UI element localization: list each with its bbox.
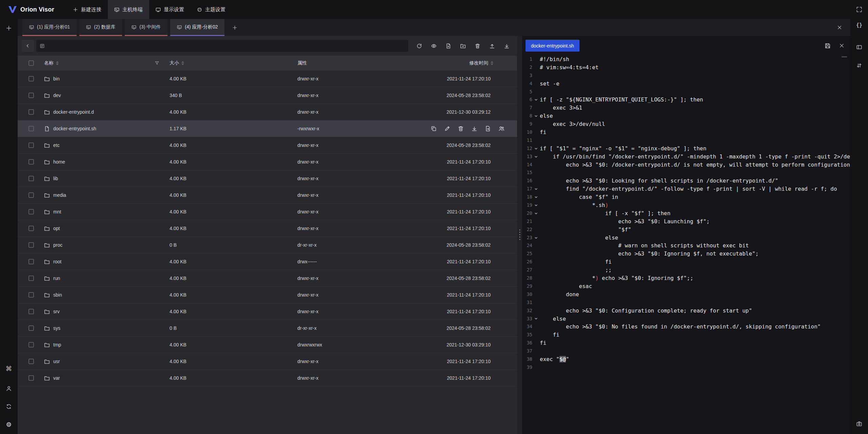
- fold-chevron-icon[interactable]: [532, 96, 540, 104]
- menu-item-theme-settings[interactable]: 主题设置: [191, 0, 232, 19]
- sort-icon[interactable]: [56, 61, 59, 65]
- file-row[interactable]: sys0 Bdr-xr-xr-x2024-05-28 23:58:02: [18, 320, 517, 337]
- file-row[interactable]: home4.00 KBdrwxr-xr-x2021-11-24 17:20:10: [18, 154, 517, 170]
- row-checkbox[interactable]: [28, 226, 34, 231]
- file-name[interactable]: mnt: [53, 209, 61, 214]
- file-row[interactable]: media4.00 KBdrwxr-xr-x2021-11-24 17:20:1…: [18, 187, 517, 204]
- new-folder-icon[interactable]: [458, 41, 468, 51]
- file-row[interactable]: var4.00 KBdrwxr-xr-x2021-11-24 17:20:10: [18, 370, 517, 386]
- row-checkbox[interactable]: [28, 176, 34, 181]
- file-name[interactable]: root: [53, 259, 61, 264]
- row-checkbox[interactable]: [28, 309, 34, 314]
- user-icon[interactable]: [3, 382, 15, 395]
- file-row[interactable]: etc4.00 KBdrwxr-xr-x2024-05-28 23:58:02: [18, 137, 517, 154]
- file-name[interactable]: docker-entrypoint.d: [53, 109, 94, 115]
- row-checkbox[interactable]: [28, 359, 34, 364]
- fold-chevron-icon[interactable]: [532, 193, 540, 201]
- file-row[interactable]: proc0 Bdr-xr-xr-x2024-05-28 23:58:02: [18, 237, 517, 253]
- fold-chevron-icon[interactable]: [532, 185, 540, 193]
- screenshot-icon[interactable]: [853, 418, 865, 430]
- file-row[interactable]: dev340 Bdrwxr-xr-x2024-05-28 23:58:02: [18, 87, 517, 104]
- new-file-icon[interactable]: [443, 41, 453, 51]
- menu-item-display-settings[interactable]: 显示设置: [149, 0, 191, 19]
- fold-chevron-icon[interactable]: [532, 201, 540, 209]
- delete-icon[interactable]: [472, 41, 482, 51]
- transfer-icon[interactable]: [3, 400, 15, 413]
- file-row[interactable]: opt4.00 KBdrwxr-xr-x2021-11-24 17:20:10: [18, 220, 517, 237]
- file-name[interactable]: proc: [53, 242, 62, 248]
- settings-gear-icon[interactable]: [3, 418, 15, 431]
- terminal-tab-4[interactable]: (4) 应用-分析02: [170, 19, 224, 36]
- fold-chevron-icon[interactable]: [532, 234, 540, 242]
- file-row[interactable]: srv4.00 KBdrwxr-xr-x2021-11-24 17:20:10: [18, 303, 517, 320]
- file-row[interactable]: mnt4.00 KBdrwxr-xr-x2021-11-24 17:20:10: [18, 204, 517, 220]
- column-header-size[interactable]: 大小: [170, 60, 179, 66]
- path-input[interactable]: [36, 40, 408, 52]
- save-icon[interactable]: [825, 43, 831, 49]
- menu-item-host-terminal[interactable]: 主机终端: [108, 0, 149, 19]
- row-checkbox[interactable]: [28, 375, 34, 381]
- sort-icon[interactable]: [181, 61, 184, 65]
- row-checkbox[interactable]: [28, 93, 34, 98]
- file-row[interactable]: lib4.00 KBdrwxr-xr-x2021-11-24 17:20:10: [18, 170, 517, 187]
- file-row[interactable]: usr4.00 KBdrwxr-xr-x2021-11-24 17:20:10: [18, 353, 517, 370]
- file-row[interactable]: run4.00 KBdrwxr-xr-x2024-05-28 23:58:02: [18, 270, 517, 287]
- sort-icon[interactable]: [491, 61, 493, 65]
- close-editor-icon[interactable]: [839, 43, 844, 48]
- file-row[interactable]: tmp4.00 KBdrwxrwxrwx2021-12-30 03:29:10: [18, 337, 517, 353]
- row-checkbox[interactable]: [28, 126, 34, 131]
- download-icon[interactable]: [471, 126, 477, 132]
- fold-chevron-icon[interactable]: [532, 315, 540, 323]
- download-icon[interactable]: [501, 41, 512, 51]
- back-button[interactable]: [22, 40, 34, 52]
- file-name[interactable]: var: [53, 375, 60, 381]
- terminal-tab-3[interactable]: (3) 中间件: [125, 19, 167, 36]
- file-name[interactable]: etc: [53, 143, 60, 148]
- code-area[interactable]: 1#!/bin/sh2# vim:sw=4:ts=4:et34set -e56i…: [522, 55, 850, 372]
- fold-chevron-icon[interactable]: [532, 153, 540, 161]
- fullscreen-icon[interactable]: [853, 3, 865, 16]
- file-name[interactable]: opt: [53, 226, 60, 231]
- row-checkbox[interactable]: [28, 76, 34, 81]
- snippet-icon[interactable]: {}: [853, 19, 865, 31]
- delete-icon[interactable]: [458, 126, 464, 132]
- file-row[interactable]: docker-entrypoint.d4.00 KBdrwxr-xr-x2021…: [18, 104, 517, 120]
- file-name[interactable]: media: [53, 192, 66, 198]
- editor-file-tab[interactable]: docker-entrypoint.sh: [526, 40, 579, 52]
- file-name[interactable]: tmp: [53, 342, 61, 347]
- file-row[interactable]: docker-entrypoint.sh1.17 KB-rwxrwxr-x: [18, 120, 517, 137]
- file-row[interactable]: bin4.00 KBdrwxr-xr-x2021-11-24 17:20:10: [18, 71, 517, 87]
- column-header-name[interactable]: 名称: [44, 60, 54, 66]
- filter-icon[interactable]: [155, 61, 159, 65]
- upload-icon[interactable]: [487, 41, 497, 51]
- command-icon[interactable]: ⌘: [3, 362, 15, 375]
- column-header-mtime[interactable]: 修改时间: [469, 60, 488, 66]
- permission-icon[interactable]: [498, 126, 505, 132]
- editor-scrollbar-thumb[interactable]: [842, 56, 847, 57]
- fold-chevron-icon[interactable]: [532, 209, 540, 218]
- row-checkbox[interactable]: [28, 342, 34, 347]
- row-checkbox[interactable]: [28, 259, 34, 264]
- file-name[interactable]: bin: [53, 76, 60, 81]
- file-name[interactable]: lib: [53, 176, 58, 181]
- file-name[interactable]: srv: [53, 309, 60, 314]
- layout-icon[interactable]: [853, 41, 865, 53]
- row-checkbox[interactable]: [28, 109, 34, 115]
- file-name[interactable]: usr: [53, 359, 60, 364]
- close-panel-icon[interactable]: [835, 23, 844, 32]
- file-row[interactable]: sbin4.00 KBdrwxr-xr-x2021-11-24 17:20:10: [18, 287, 517, 303]
- terminal-tab-2[interactable]: (2) 数据库: [79, 19, 122, 36]
- file-name[interactable]: home: [53, 159, 65, 165]
- file-name[interactable]: dev: [53, 93, 61, 98]
- move-icon[interactable]: [485, 126, 491, 132]
- file-name[interactable]: sbin: [53, 292, 62, 298]
- terminal-tab-1[interactable]: (1) 应用-分析01: [22, 19, 77, 36]
- row-checkbox[interactable]: [28, 325, 34, 331]
- fold-chevron-icon[interactable]: [532, 112, 540, 120]
- file-name[interactable]: sys: [53, 325, 60, 331]
- row-checkbox[interactable]: [28, 159, 34, 165]
- row-checkbox[interactable]: [28, 192, 34, 198]
- app-logo[interactable]: Orion Visor: [0, 0, 58, 19]
- file-name[interactable]: run: [53, 276, 60, 281]
- preview-icon[interactable]: [429, 41, 439, 51]
